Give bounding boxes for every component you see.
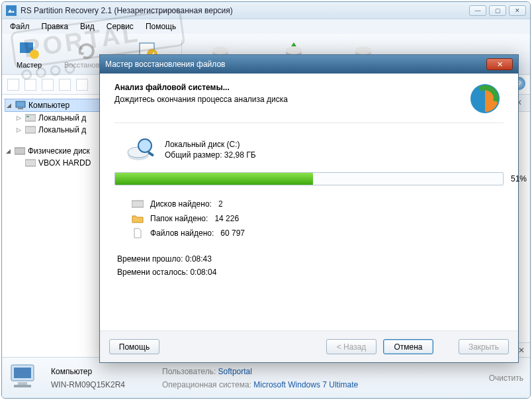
window-title: RS Partition Recovery 2.1 (Незарегистрир…: [21, 6, 233, 15]
dialog-titlebar[interactable]: Мастер восстановления файлов ✕: [100, 55, 518, 74]
svg-rect-11: [16, 101, 25, 107]
svg-point-8: [286, 46, 302, 54]
dialog-heading: Анализ файловой системы...: [114, 83, 230, 92]
cancel-button[interactable]: Отмена: [383, 339, 433, 354]
clear-link[interactable]: Очистить: [489, 374, 523, 383]
tree-local-c[interactable]: ▷ Локальный д: [5, 112, 101, 124]
tree-computer[interactable]: ◢ Компьютер: [5, 99, 101, 112]
recovery-wizard-dialog: Мастер восстановления файлов ✕ Анализ фа…: [99, 54, 519, 363]
app-icon: [6, 5, 17, 16]
footer-computer: Компьютер: [51, 367, 125, 376]
minimize-button[interactable]: —: [469, 5, 486, 16]
drive-icon: [25, 114, 36, 122]
tree-sidebar: ◢ Компьютер ▷ Локальный д ▷ Локальный д …: [2, 95, 104, 357]
svg-rect-16: [15, 148, 25, 154]
footer-user: Softportal: [218, 367, 252, 376]
svg-point-6: [212, 46, 228, 54]
recover-icon: [77, 40, 98, 61]
svg-rect-17: [25, 160, 36, 166]
disk-name: Локальный диск (C:): [165, 140, 256, 149]
svg-rect-20: [18, 382, 27, 385]
magnifier-disk-icon: [126, 136, 155, 163]
wizard-icon: [19, 40, 40, 61]
computer-large-icon: [9, 364, 40, 393]
dialog-close-button[interactable]: ✕: [486, 58, 513, 70]
titlebar[interactable]: RS Partition Recovery 2.1 (Незарегистрир…: [2, 2, 530, 19]
svg-point-2: [30, 50, 39, 59]
elapsed-time: 0:08:43: [185, 254, 212, 264]
svg-rect-15: [25, 126, 36, 133]
panel-close-icon[interactable]: ✕: [518, 346, 525, 355]
help-button[interactable]: Помощь: [109, 339, 159, 354]
brand-icon: [466, 83, 504, 115]
close-window-button[interactable]: ✕: [509, 5, 526, 16]
svg-rect-21: [14, 385, 31, 387]
subtool-btn-3[interactable]: [42, 79, 54, 91]
svg-rect-14: [26, 116, 29, 117]
svg-rect-0: [6, 5, 17, 16]
tree-vbox[interactable]: VBOX HARDD: [5, 157, 101, 169]
footer-host: WIN-RM09Q15K2R4: [51, 380, 125, 389]
subtool-btn-1[interactable]: [7, 79, 19, 91]
subtool-btn-2[interactable]: [24, 79, 36, 91]
menu-view[interactable]: Вид: [75, 21, 100, 32]
tree-local-d[interactable]: ▷ Локальный д: [5, 124, 101, 136]
svg-rect-13: [25, 115, 36, 121]
statusbar: Компьютер WIN-RM09Q15K2R4 Пользователь: …: [2, 357, 530, 398]
menubar: Файл Правка Вид Сервис Помощь: [2, 19, 530, 34]
dialog-title: Мастер восстановления файлов: [105, 60, 225, 69]
menu-file[interactable]: Файл: [5, 21, 35, 32]
hdd-icon: [25, 159, 36, 167]
svg-point-25: [138, 139, 152, 152]
computer-icon: [15, 101, 26, 110]
folders-found: 14 226: [214, 214, 239, 223]
footer-os: Microsoft Windows 7 Ultimate: [253, 380, 358, 389]
tree-physical[interactable]: ◢ Физические диск: [5, 145, 101, 157]
disks-icon: [132, 199, 144, 209]
svg-rect-12: [18, 108, 23, 109]
progress-bar: 51%: [114, 172, 504, 185]
back-button[interactable]: < Назад: [326, 339, 377, 354]
menu-service[interactable]: Сервис: [101, 21, 139, 32]
close-button[interactable]: Закрыть: [459, 339, 509, 354]
subtool-btn-4[interactable]: [59, 79, 71, 91]
file-icon: [132, 228, 144, 238]
hdd-icon: [15, 147, 25, 155]
dialog-buttons: Помощь < Назад Отмена Закрыть: [100, 330, 518, 362]
drive-icon: [25, 126, 36, 134]
folder-icon: [132, 213, 144, 224]
wizard-button[interactable]: Мастер: [6, 38, 52, 70]
progress-percent: 51%: [511, 174, 527, 183]
disk-size: 32,98 ГБ: [224, 150, 256, 160]
menu-edit[interactable]: Правка: [36, 21, 74, 32]
subtool-btn-5[interactable]: [76, 79, 88, 91]
svg-point-10: [355, 46, 371, 54]
remaining-time: 0:08:04: [190, 268, 216, 277]
files-found: 60 797: [220, 228, 245, 238]
disks-found: 2: [218, 199, 223, 209]
dialog-subheading: Дождитесь окончания процесса анализа дис…: [114, 95, 288, 104]
menu-help[interactable]: Помощь: [140, 21, 181, 32]
maximize-button[interactable]: ▢: [489, 5, 506, 16]
svg-rect-19: [14, 368, 31, 378]
progress-fill: [115, 173, 313, 185]
svg-rect-27: [132, 201, 144, 207]
